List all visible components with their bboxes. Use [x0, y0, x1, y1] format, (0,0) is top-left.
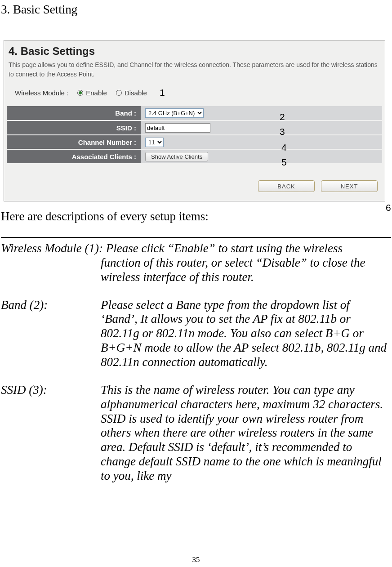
- channel-select[interactable]: 11: [145, 138, 164, 147]
- channel-label: Channel Number :: [7, 135, 141, 149]
- band-label: Band :: [7, 106, 141, 121]
- ssid-label: SSID :: [7, 121, 141, 135]
- page-heading: 3. Basic Setting: [0, 0, 392, 17]
- annotation-6: 6: [386, 202, 391, 213]
- row-ssid: SSID :: [7, 121, 382, 135]
- disable-radio[interactable]: [116, 90, 122, 96]
- descriptions-intro: Here are descriptions of every setup ite…: [0, 201, 392, 223]
- screenshot-panel: 4. Basic Settings This page allows you t…: [4, 40, 385, 201]
- settings-table: Band : 2.4 GHz (B+G+N) SSID : Channel Nu…: [7, 106, 382, 164]
- screenshot-title: 4. Basic Settings: [7, 45, 382, 60]
- disable-label: Disable: [125, 89, 147, 97]
- annotation-5: 5: [281, 157, 287, 168]
- annotation-4: 4: [281, 142, 287, 153]
- wireless-module-row: Wireless Module : Enable Disable 1: [7, 85, 382, 106]
- descriptions-block: Wireless Module (1): Please click “Enabl…: [0, 238, 392, 483]
- show-active-clients-button[interactable]: Show Active Clients: [145, 152, 208, 161]
- back-button[interactable]: BACK: [258, 180, 315, 192]
- enable-label: Enable: [86, 89, 107, 97]
- row-channel: Channel Number : 11: [7, 135, 382, 149]
- wireless-module-label: Wireless Module :: [15, 89, 68, 97]
- next-button[interactable]: NEXT: [321, 180, 378, 192]
- desc-wm-text-inline: Please click “Enable” to start using the…: [106, 241, 343, 255]
- clients-label: Associated Clients :: [7, 149, 141, 164]
- desc-ssid: SSID (3): This is the name of wireless r…: [1, 383, 389, 483]
- annotation-1: 1: [160, 87, 165, 98]
- annotation-3: 3: [280, 126, 285, 137]
- desc-band-label: Band (2):: [1, 298, 101, 370]
- desc-band-text: Please select a Bane type from the dropd…: [101, 298, 389, 370]
- row-band: Band : 2.4 GHz (B+G+N): [7, 106, 382, 121]
- desc-wm-label: Wireless Module (1):: [1, 241, 106, 255]
- band-select[interactable]: 2.4 GHz (B+G+N): [145, 108, 204, 118]
- desc-wireless-module: Wireless Module (1): Please click “Enabl…: [1, 241, 389, 285]
- desc-band: Band (2): Please select a Bane type from…: [1, 298, 389, 370]
- desc-ssid-label: SSID (3):: [1, 383, 101, 483]
- annotation-2: 2: [280, 112, 285, 122]
- ssid-input[interactable]: [145, 123, 210, 133]
- page-number: 35: [0, 555, 392, 564]
- desc-ssid-text: This is the name of wireless router. You…: [101, 383, 389, 483]
- enable-radio[interactable]: [77, 90, 83, 96]
- screenshot-description: This page allows you to define ESSID, an…: [7, 60, 382, 85]
- row-clients: Associated Clients : Show Active Clients: [7, 149, 382, 164]
- nav-buttons: BACK NEXT: [7, 164, 382, 194]
